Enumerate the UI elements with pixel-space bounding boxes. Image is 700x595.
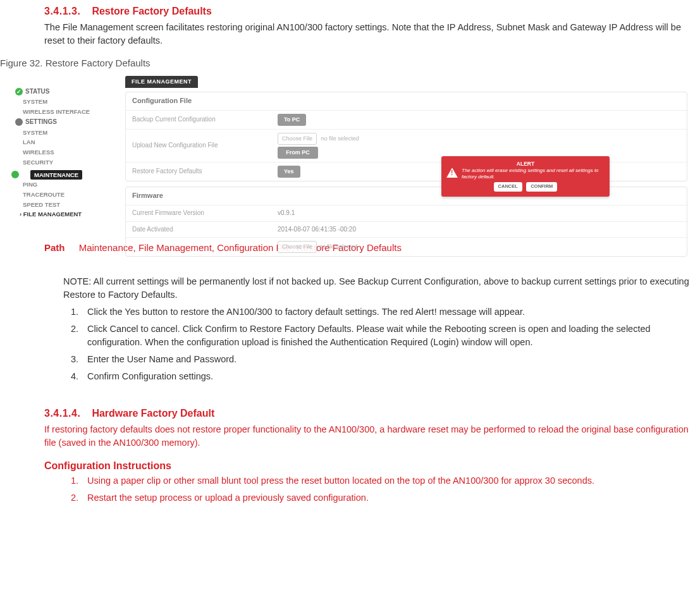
sidebar-sub[interactable]: SYSTEM: [11, 128, 106, 138]
date-activated-value: 2014-08-07 06:41:35 -00:20: [278, 225, 356, 235]
config-instructions-heading: Configuration Instructions: [0, 458, 700, 473]
row-firmware-upload: Choose File no file selected: [126, 237, 687, 256]
yes-button[interactable]: Yes: [278, 166, 300, 178]
sidebar-sub[interactable]: SECURITY: [11, 157, 106, 168]
alert-message: The action will erase existing settings …: [462, 168, 605, 180]
steps-list: Click the Yes button to restore the AN10…: [0, 305, 700, 383]
cancel-button[interactable]: CANCEL: [494, 182, 522, 192]
sidebar-sub[interactable]: LAN: [11, 137, 106, 147]
sidebar-sub[interactable]: PING: [11, 180, 106, 190]
row-date-activated: Date Activated 2014-08-07 06:41:35 -00:2…: [126, 221, 687, 238]
figure-caption: Figure 32. Restore Factory Defaults: [0, 56, 700, 70]
sidebar-item-file-management[interactable]: › FILE MANAGEMENT: [11, 210, 106, 219]
no-file-label: no file selected: [319, 243, 357, 251]
step-item: Click the Yes button to restore the AN10…: [81, 305, 694, 319]
panel-firmware: Firmware Current Firmware Version v0.9.1…: [125, 187, 687, 257]
ui-tab-title: FILE MANAGEMENT: [125, 76, 198, 88]
confirm-button[interactable]: CONFIRM: [526, 182, 557, 192]
step-item: Confirm Configuration settings.: [81, 370, 694, 383]
sidebar-sub[interactable]: SPEED TEST: [11, 200, 106, 210]
step-item: Click Cancel to cancel. Click Confirm to…: [81, 322, 694, 349]
row-firmware-version: Current Firmware Version v0.9.1: [126, 205, 687, 221]
section-number: 3.4.1.3.: [44, 6, 80, 16]
choose-file-button[interactable]: Choose File: [278, 133, 317, 145]
ui-sidebar: ✓STATUS SYSTEM WIRELESS INTERFACE SETTIN…: [11, 74, 106, 232]
sidebar-sub[interactable]: WIRELESS INTERFACE: [11, 107, 106, 117]
section-heading: 3.4.1.4. Hardware Factory Default: [0, 402, 700, 420]
alert-dialog: ALERT The action will erase existing set…: [441, 156, 610, 197]
section-title: Restore Factory Defaults: [92, 6, 211, 16]
section-heading: 3.4.1.3. Restore Factory Defaults: [0, 0, 700, 18]
sidebar-sub[interactable]: TRACEROUTE: [11, 190, 106, 200]
no-file-label: no file selected: [321, 135, 359, 142]
choose-file-button[interactable]: Choose File: [278, 241, 317, 253]
row-backup: Backup Current Configuration To PC: [126, 110, 687, 129]
from-pc-button[interactable]: From PC: [278, 147, 318, 159]
embedded-ui-figure: ✓STATUS SYSTEM WIRELESS INTERFACE SETTIN…: [11, 74, 700, 232]
status-icon: ✓: [15, 88, 23, 95]
sidebar-sub[interactable]: SYSTEM: [11, 97, 106, 107]
sidebar-item-maintenance[interactable]: MAINTENANCE: [11, 169, 106, 180]
section-title: Hardware Factory Default: [92, 408, 214, 419]
path-label: Path: [44, 242, 65, 253]
step-item: Enter the User Name and Password.: [81, 353, 694, 366]
section-body: If restoring factory defaults does not r…: [0, 423, 700, 450]
step-item: Using a paper clip or other small blunt …: [81, 474, 694, 488]
ui-main: FILE MANAGEMENT Configuration File Backu…: [106, 74, 700, 232]
sidebar-item-status[interactable]: ✓STATUS: [11, 87, 106, 97]
config-steps-list: Using a paper clip or other small blunt …: [0, 474, 700, 505]
gear-icon: [15, 118, 23, 126]
firmware-version-value: v0.9.1: [278, 209, 295, 218]
step-item: Restart the setup process or upload a pr…: [81, 491, 694, 505]
alert-title: ALERT: [446, 160, 605, 168]
section-number: 3.4.1.4.: [44, 408, 80, 419]
sidebar-item-settings[interactable]: SETTINGS: [11, 117, 106, 128]
sidebar-sub[interactable]: WIRELESS: [11, 147, 106, 157]
warning-icon: [446, 168, 458, 178]
section-body: The File Management screen facilitates r…: [0, 21, 700, 47]
panel-title: Configuration File: [126, 92, 687, 110]
to-pc-button[interactable]: To PC: [278, 114, 306, 126]
note-text: NOTE: All current settings will be perma…: [0, 275, 700, 302]
wrench-icon: [11, 171, 19, 178]
